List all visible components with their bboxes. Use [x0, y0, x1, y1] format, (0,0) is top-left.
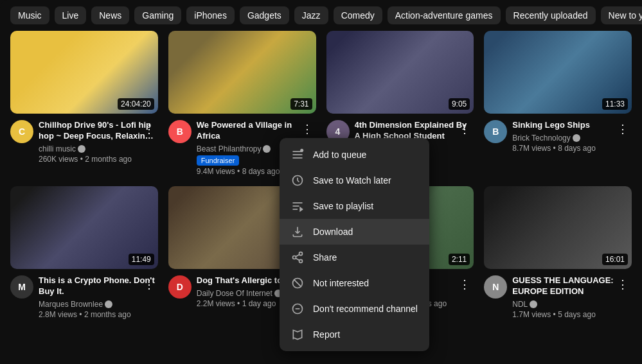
filter-chip-music[interactable]: Music — [10, 6, 49, 24]
more-options-button[interactable]: ⋮ — [140, 275, 158, 293]
menu-item-label: Save to playlist — [313, 201, 373, 211]
menu-item-report[interactable]: Report — [280, 322, 429, 347]
svg-line-15 — [294, 279, 301, 287]
channel-avatar: M — [10, 275, 33, 299]
filter-chip-news[interactable]: News — [91, 6, 129, 24]
verified-icon: ✓ — [105, 300, 112, 308]
menu-item-share[interactable]: Share — [280, 245, 429, 270]
verified-icon: ✓ — [530, 300, 537, 308]
menu-item-not-interested[interactable]: Not interested — [280, 270, 429, 296]
video-stats: 260K views • 2 months ago — [39, 155, 158, 164]
filter-chip-live[interactable]: Live — [55, 6, 87, 24]
verified-icon: ✓ — [573, 134, 580, 142]
menu-item-label: Share — [313, 252, 337, 263]
fundraiser-badge: Fundraiser — [197, 155, 240, 166]
channel-avatar: N — [484, 275, 507, 299]
app-container: MusicLiveNewsGamingiPhonesGadgetsJazzCom… — [0, 0, 642, 329]
filter-chip-comedy[interactable]: Comedy — [334, 6, 382, 24]
channel-name: Marques Brownlee ✓ — [39, 300, 158, 309]
thumbnail: 24:04:20 — [10, 31, 158, 114]
menu-item-watch-later[interactable]: Save to Watch later — [280, 168, 429, 193]
duration-badge: 11:49 — [129, 254, 154, 265]
svg-line-13 — [296, 254, 299, 256]
menu-item-save-playlist[interactable]: Save to playlist — [280, 193, 429, 219]
video-info: C Chillhop Drive 90's - Lofi hip hop ~ D… — [10, 120, 158, 164]
video-card-5[interactable]: 11:49 M This is a Crypto Phone. Don't Bu… — [10, 186, 158, 319]
video-card-1[interactable]: 24:04:20 C Chillhop Drive 90's - Lofi hi… — [10, 31, 158, 176]
filter-bar: MusicLiveNewsGamingiPhonesGadgetsJazzCom… — [0, 0, 642, 31]
share-icon — [291, 251, 304, 264]
more-options-button[interactable]: ⋮ — [298, 120, 316, 138]
verified-icon: ✓ — [263, 145, 271, 153]
menu-item-label: Not interested — [313, 278, 369, 288]
duration-badge: 9:05 — [449, 98, 470, 110]
channel-avatar: D — [168, 275, 192, 299]
video-card-8[interactable]: 16:01 N GUESS THE LANGUAGE: EUROPE EDITI… — [484, 186, 632, 319]
filter-chip-gadgets[interactable]: Gadgets — [240, 6, 289, 24]
thumbnail: 11:49 — [10, 186, 158, 269]
verified-icon: ✓ — [78, 145, 85, 153]
video-stats: 8.7M views • 8 days ago — [512, 144, 632, 153]
video-stats: 1.7M views • 5 days ago — [512, 310, 632, 319]
video-stats: 2.8M views • 2 months ago — [39, 310, 158, 319]
thumbnail: 9:05 — [326, 31, 474, 114]
svg-point-11 — [299, 259, 303, 263]
report-icon — [291, 328, 304, 341]
menu-item-label: Don't recommend channel — [313, 304, 418, 314]
filter-chip-new-to-you[interactable]: New to you — [601, 6, 642, 24]
svg-point-9 — [299, 252, 303, 256]
filter-chip-recently-uploaded[interactable]: Recently uploaded — [506, 6, 596, 24]
playlist-icon — [291, 200, 304, 212]
channel-avatar: C — [10, 120, 33, 143]
channel-avatar: B — [168, 120, 192, 143]
menu-item-label: Save to Watch later — [313, 175, 391, 186]
context-menu: Add to queue Save to Watch later Save to… — [280, 138, 429, 351]
menu-item-label: Download — [313, 227, 353, 237]
menu-item-download[interactable]: Download — [280, 219, 429, 245]
thumbnail: 16:01 — [484, 186, 632, 269]
svg-point-10 — [293, 256, 296, 259]
duration-badge: 16:01 — [602, 254, 628, 265]
menu-item-add-queue[interactable]: Add to queue — [280, 142, 429, 168]
menu-item-dont-recommend[interactable]: Don't recommend channel — [280, 296, 429, 322]
not-interested-icon — [291, 277, 304, 290]
video-card-4[interactable]: 11:33 B Sinking Lego Ships Brick Technol… — [484, 31, 632, 176]
filter-chip-action-adventure[interactable]: Action-adventure games — [388, 6, 501, 24]
queue-icon — [291, 148, 304, 161]
thumbnail: 11:33 — [484, 31, 632, 114]
clock-icon — [291, 174, 304, 187]
channel-name: chilli music ✓ — [39, 144, 158, 153]
svg-marker-8 — [300, 208, 302, 211]
menu-item-label: Add to queue — [313, 150, 366, 160]
duration-badge: 11:33 — [602, 98, 628, 110]
svg-point-3 — [300, 149, 303, 152]
more-options-button[interactable]: ⋮ — [140, 120, 158, 138]
download-icon — [291, 225, 304, 238]
svg-line-12 — [296, 258, 299, 260]
menu-item-label: Report — [313, 329, 340, 340]
duration-badge: 24:04:20 — [118, 98, 154, 110]
channel-avatar: B — [484, 120, 507, 143]
thumbnail: 7:31 — [168, 31, 316, 114]
channel-name: NDL ✓ — [512, 300, 632, 309]
filter-chip-gaming[interactable]: Gaming — [134, 6, 181, 24]
video-info: B Sinking Lego Ships Brick Technology ✓ … — [484, 120, 632, 153]
duration-badge: 7:31 — [290, 98, 312, 110]
filter-chip-jazz[interactable]: Jazz — [294, 6, 328, 24]
video-info: N GUESS THE LANGUAGE: EUROPE EDITION NDL… — [484, 275, 632, 319]
filter-chip-iphones[interactable]: iPhones — [186, 6, 235, 24]
duration-badge: 2:11 — [449, 254, 470, 265]
channel-name: Brick Technology ✓ — [512, 134, 632, 143]
video-info: M This is a Crypto Phone. Don't Buy It. … — [10, 275, 158, 319]
dont-recommend-icon — [291, 302, 304, 315]
